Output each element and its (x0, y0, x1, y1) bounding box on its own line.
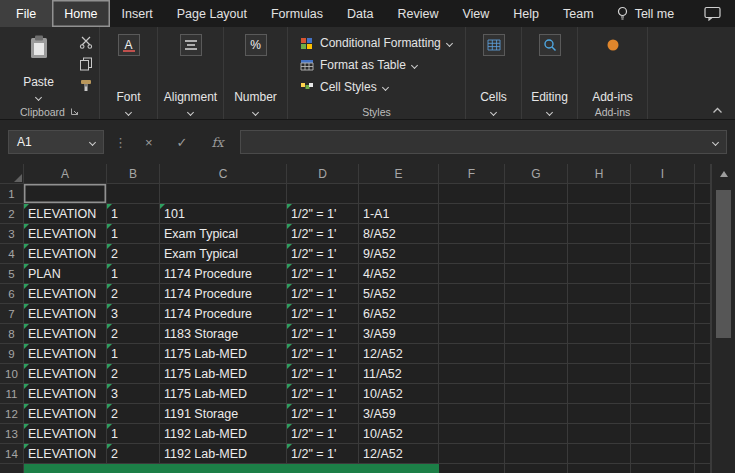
editing-group-button[interactable]: Editing (526, 30, 573, 119)
col-header-E[interactable]: E (359, 164, 439, 184)
cell-G1[interactable] (505, 184, 568, 204)
cell-H14[interactable] (568, 444, 631, 464)
cell-J3[interactable] (695, 224, 711, 244)
cell-J1[interactable] (695, 184, 711, 204)
cell-D3[interactable]: 1/2" = 1' (287, 224, 359, 244)
cell-I12[interactable] (631, 404, 695, 424)
cell-B5[interactable]: 1 (107, 264, 160, 284)
cell-partial-row15[interactable] (505, 464, 568, 473)
cell-E4[interactable]: 9/A52 (359, 244, 439, 264)
cell-D7[interactable]: 1/2" = 1' (287, 304, 359, 324)
row-header-15-partial[interactable] (0, 464, 24, 473)
cell-J11[interactable] (695, 384, 711, 404)
row-header-5[interactable]: 5 (0, 264, 24, 284)
row-header-2[interactable]: 2 (0, 204, 24, 224)
cell-C4[interactable]: Exam Typical (160, 244, 287, 264)
select-all-corner[interactable] (0, 164, 24, 184)
tab-formulas[interactable]: Formulas (259, 0, 335, 27)
cell-B8[interactable]: 2 (107, 324, 160, 344)
cell-E10[interactable]: 11/A52 (359, 364, 439, 384)
cell-J4[interactable] (695, 244, 711, 264)
cell-D5[interactable]: 1/2" = 1' (287, 264, 359, 284)
cell-J7[interactable] (695, 304, 711, 324)
vertical-scrollbar[interactable] (711, 164, 735, 473)
cell-B2[interactable]: 1 (107, 204, 160, 224)
cell-E8[interactable]: 3/A59 (359, 324, 439, 344)
cell-I8[interactable] (631, 324, 695, 344)
cell-partial-row15[interactable] (695, 464, 711, 473)
cell-C2[interactable]: 101 (160, 204, 287, 224)
cell-B4[interactable]: 2 (107, 244, 160, 264)
cell-A6[interactable]: ELEVATION (24, 284, 107, 304)
cell-C1[interactable] (160, 184, 287, 204)
cell-C14[interactable]: 1192 Lab-MED (160, 444, 287, 464)
clipboard-dialog-launcher-icon[interactable] (70, 107, 79, 116)
row-header-1[interactable]: 1 (0, 184, 24, 204)
cell-E1[interactable] (359, 184, 439, 204)
cell-A8[interactable]: ELEVATION (24, 324, 107, 344)
editing-dropdown-icon[interactable] (546, 109, 553, 116)
cell-H9[interactable] (568, 344, 631, 364)
row-header-12[interactable]: 12 (0, 404, 24, 424)
cell-D14[interactable]: 1/2" = 1' (287, 444, 359, 464)
cell-D4[interactable]: 1/2" = 1' (287, 244, 359, 264)
cell-J12[interactable] (695, 404, 711, 424)
cell-H7[interactable] (568, 304, 631, 324)
font-dropdown-icon[interactable] (125, 109, 132, 116)
cell-G6[interactable] (505, 284, 568, 304)
cell-D6[interactable]: 1/2" = 1' (287, 284, 359, 304)
cell-F9[interactable] (439, 344, 505, 364)
cell-B6[interactable]: 2 (107, 284, 160, 304)
cell-F13[interactable] (439, 424, 505, 444)
cell-D8[interactable]: 1/2" = 1' (287, 324, 359, 344)
cells-dropdown-icon[interactable] (490, 109, 497, 116)
copy-button[interactable] (79, 57, 93, 71)
cell-B12[interactable]: 2 (107, 404, 160, 424)
format-painter-button[interactable] (79, 79, 93, 92)
cell-F7[interactable] (439, 304, 505, 324)
cell-H8[interactable] (568, 324, 631, 344)
cell-E12[interactable]: 3/A59 (359, 404, 439, 424)
cell-J13[interactable] (695, 424, 711, 444)
cell-F14[interactable] (439, 444, 505, 464)
cell-H13[interactable] (568, 424, 631, 444)
cell-A4[interactable]: ELEVATION (24, 244, 107, 264)
cell-I2[interactable] (631, 204, 695, 224)
row-header-10[interactable]: 10 (0, 364, 24, 384)
cell-E5[interactable]: 4/A52 (359, 264, 439, 284)
cell-E7[interactable]: 6/A52 (359, 304, 439, 324)
cell-J14[interactable] (695, 444, 711, 464)
cell-G9[interactable] (505, 344, 568, 364)
col-header-G[interactable]: G (505, 164, 568, 184)
name-box[interactable]: A1 (8, 130, 104, 154)
cell-C7[interactable]: 1174 Procedure (160, 304, 287, 324)
cell-partial-row15[interactable] (439, 464, 505, 473)
cell-D1[interactable] (287, 184, 359, 204)
cells-group-button[interactable]: Cells (470, 30, 517, 119)
cell-F4[interactable] (439, 244, 505, 264)
cell-E14[interactable]: 12/A52 (359, 444, 439, 464)
cell-B9[interactable]: 1 (107, 344, 160, 364)
cell-E13[interactable]: 10/A52 (359, 424, 439, 444)
conditional-formatting-button[interactable]: Conditional Formatting (300, 34, 452, 52)
col-header-I[interactable]: I (631, 164, 695, 184)
cell-B14[interactable]: 2 (107, 444, 160, 464)
cell-A10[interactable]: ELEVATION (24, 364, 107, 384)
col-header-C[interactable]: C (160, 164, 287, 184)
conditional-formatting-dropdown-icon[interactable] (446, 39, 453, 46)
format-as-table-button[interactable]: Format as Table (300, 56, 452, 74)
row-header-8[interactable]: 8 (0, 324, 24, 344)
cell-G13[interactable] (505, 424, 568, 444)
paste-dropdown-icon[interactable] (35, 94, 42, 101)
format-as-table-dropdown-icon[interactable] (411, 61, 418, 68)
cell-C8[interactable]: 1183 Storage (160, 324, 287, 344)
tab-insert[interactable]: Insert (110, 0, 165, 27)
tab-review[interactable]: Review (385, 0, 450, 27)
cell-J2[interactable] (695, 204, 711, 224)
cell-I6[interactable] (631, 284, 695, 304)
cell-H2[interactable] (568, 204, 631, 224)
cell-G7[interactable] (505, 304, 568, 324)
cell-F5[interactable] (439, 264, 505, 284)
cell-I14[interactable] (631, 444, 695, 464)
comments-button[interactable] (690, 0, 735, 27)
